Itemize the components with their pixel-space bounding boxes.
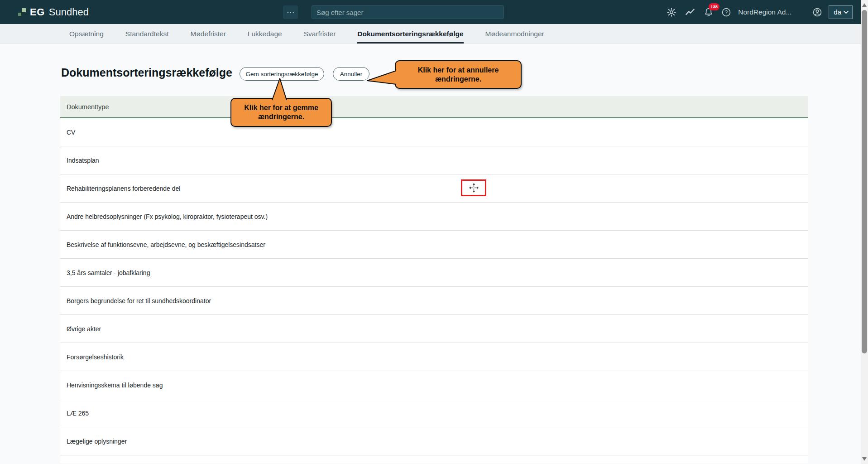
language-code: da (834, 8, 841, 16)
table-row[interactable]: Rehabiliteringsplanens forberedende del (60, 174, 808, 203)
ellipsis-icon: ⋯ (287, 8, 294, 17)
save-hint-callout-tail (269, 77, 290, 101)
table-column-header: Dokumenttype (60, 96, 808, 118)
brand-name-bold: EG (30, 6, 45, 18)
tab-standardtekst[interactable]: Standardtekst (125, 24, 169, 44)
table-row[interactable]: Borgers begrundelse for ret til sundheds… (60, 287, 808, 315)
tab-opsaetning[interactable]: Opsætning (69, 24, 104, 44)
notifications-bell-icon[interactable]: 138 (704, 7, 714, 17)
tab-svarfrister[interactable]: Svarfrister (304, 24, 336, 44)
account-name[interactable]: NordRegion Ad... (738, 8, 791, 16)
table-row[interactable]: Beskrivelse af funktionsevne, arbejdsevn… (60, 231, 808, 259)
settings-tab-bar: Opsætning Standardtekst Mødefrister Lukk… (0, 24, 861, 44)
cancel-hint-callout-tail (366, 68, 398, 88)
move-cursor-icon (469, 183, 479, 193)
table-row-partial (60, 455, 808, 463)
cancel-button[interactable]: Annuller (333, 67, 369, 81)
chevron-down-icon (844, 10, 849, 14)
vertical-scrollbar[interactable] (861, 0, 868, 464)
overflow-menu-button[interactable]: ⋯ (283, 5, 298, 19)
settings-gear-icon[interactable] (667, 7, 676, 17)
search-input[interactable] (312, 5, 504, 19)
table-row[interactable]: LÆ 265 (60, 399, 808, 427)
notification-badge: 138 (709, 3, 719, 10)
tab-dokumentsorteringsraekkefoelge[interactable]: Dokumentsorteringsrækkefølge (357, 24, 463, 44)
tab-moedefrister[interactable]: Mødefrister (190, 24, 225, 44)
user-profile-icon[interactable] (812, 7, 822, 17)
document-type-table: Dokumenttype CV Indsatsplan Rehabiliteri… (60, 96, 808, 463)
save-hint-callout: Klik her for at gemme ændringerne. (230, 98, 332, 127)
table-row[interactable]: Andre helbredsoplysninger (Fx psykolog, … (60, 203, 808, 231)
tab-lukkedage[interactable]: Lukkedage (248, 24, 282, 44)
scrollbar-up-arrow-icon[interactable] (862, 3, 867, 7)
move-cursor-highlight (461, 179, 486, 196)
scrollbar-thumb[interactable] (862, 10, 867, 353)
brand-product-name: Sundhed (49, 6, 89, 18)
brand-logo: EG Sundhed (18, 0, 89, 24)
svg-text:?: ? (725, 9, 728, 14)
table-row[interactable]: Henvisningsskema til løbende sag (60, 371, 808, 399)
tab-moedeanmodninger[interactable]: Mødeanmodninger (485, 24, 544, 44)
cancel-hint-callout: Klik her for at annullere ændringerne. (395, 60, 522, 89)
scrollbar-down-arrow-icon[interactable] (862, 457, 867, 461)
table-row[interactable]: 3,5 års samtaler - jobafklaring (60, 259, 808, 287)
trend-chart-icon[interactable] (685, 7, 695, 17)
app-viewport: EG Sundhed ⋯ 138 ? NordRegion Ad... (0, 0, 868, 464)
page-title: Dokumentsorteringsrækkefølge (61, 66, 232, 79)
table-row[interactable]: Forsørgelseshistorik (60, 343, 808, 371)
eg-logo-icon (18, 8, 26, 16)
table-row[interactable]: Øvrige akter (60, 315, 808, 343)
header-actions: 138 ? NordRegion Ad... da (667, 0, 853, 24)
help-icon[interactable]: ? (721, 7, 731, 17)
table-row[interactable]: CV (60, 118, 808, 146)
table-row[interactable]: Indsatsplan (60, 146, 808, 174)
table-row[interactable]: Lægelige oplysninger (60, 427, 808, 455)
top-header: EG Sundhed ⋯ 138 ? NordRegion Ad... (0, 0, 861, 24)
language-select[interactable]: da (829, 5, 853, 19)
